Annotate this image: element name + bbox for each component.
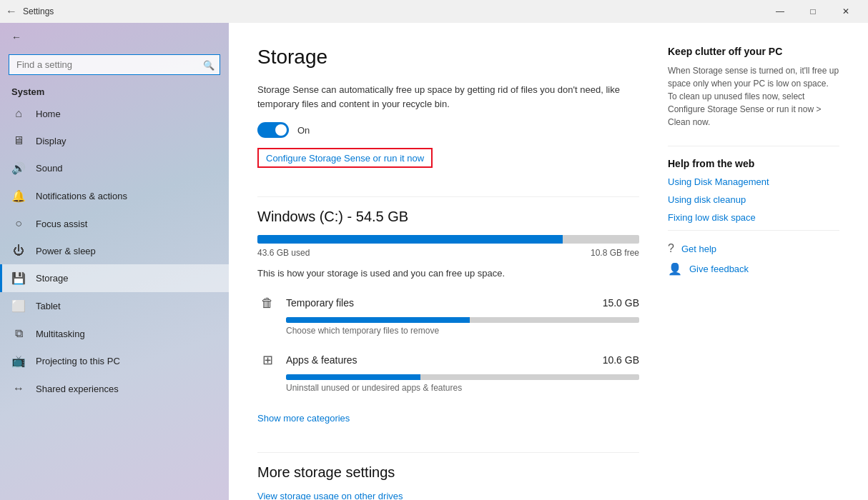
sidebar-back-button[interactable]: ← <box>0 23 229 51</box>
more-storage-links-list: View storage usage on other drivesChange… <box>257 491 639 500</box>
sidebar-search-container: 🔍 <box>9 54 220 75</box>
sidebar-item-focus[interactable]: ○ Focus assist <box>0 210 229 237</box>
help-link-1[interactable]: Using disk cleanup <box>668 194 839 205</box>
storage-item-desc-apps: Uninstall unused or undesired apps & fea… <box>286 383 639 393</box>
sidebar-item-notifications[interactable]: 🔔 Notifications & actions <box>0 182 229 210</box>
sidebar-label-multitasking: Multitasking <box>36 329 85 339</box>
storage-item-bar-apps <box>286 374 639 380</box>
help-link-2[interactable]: Fixing low disk space <box>668 212 839 223</box>
sidebar-icon-home: ⌂ <box>11 107 26 120</box>
storage-item-name-apps: Apps & features <box>286 354 594 366</box>
sidebar-label-home: Home <box>36 109 61 119</box>
get-help-icon: ? <box>668 242 674 255</box>
sidebar-icon-sound: 🔊 <box>11 161 26 175</box>
sidebar-label-display: Display <box>36 136 66 146</box>
storage-item-desc-temp: Choose which temporary files to remove <box>286 326 639 336</box>
settings-back-icon[interactable]: ← <box>6 5 17 18</box>
section-divider-1 <box>257 196 639 197</box>
feedback-icon: 👤 <box>668 262 682 276</box>
storage-sense-toggle[interactable] <box>257 122 289 138</box>
storage-usage-desc: This is how your storage is used and you… <box>257 268 639 279</box>
sidebar-icon-shared: ↔ <box>11 382 26 395</box>
help-from-web-title: Help from the web <box>668 158 839 169</box>
storage-item-size-temp: 15.0 GB <box>603 297 639 309</box>
sidebar-item-display[interactable]: 🖥 Display <box>0 127 229 154</box>
minimize-button[interactable]: — <box>764 0 797 23</box>
sidebar-label-notifications: Notifications & actions <box>36 191 127 201</box>
more-storage-link-0[interactable]: View storage usage on other drives <box>257 491 639 500</box>
right-panel: Keep clutter off your PC When Storage se… <box>668 46 839 477</box>
storage-item-size-apps: 10.6 GB <box>603 354 639 366</box>
configure-link-box: Configure Storage Sense or run it now <box>257 148 433 168</box>
sidebar-label-tablet: Tablet <box>36 301 61 311</box>
sidebar-label-shared: Shared experiences <box>36 384 119 394</box>
page-title: Storage <box>257 46 639 69</box>
sidebar-item-shared[interactable]: ↔ Shared experiences <box>0 375 229 402</box>
search-icon: 🔍 <box>203 59 214 70</box>
storage-sense-toggle-row: On <box>257 122 639 138</box>
sidebar-icon-multitasking: ⧉ <box>11 327 26 340</box>
sidebar-label-storage: Storage <box>36 273 69 284</box>
right-divider-2 <box>668 230 839 231</box>
storage-item-apps: ⊞ Apps & features 10.6 GB Uninstall unus… <box>257 350 639 393</box>
search-input[interactable] <box>9 54 220 75</box>
drive-used-label: 43.6 GB used <box>257 248 310 258</box>
system-section-title: System <box>0 81 229 100</box>
help-links-list: Using Disk ManagementUsing disk cleanupF… <box>668 176 839 223</box>
close-button[interactable]: ✕ <box>829 0 862 23</box>
title-bar-left: ← Settings <box>6 5 764 18</box>
storage-item-temp: 🗑 Temporary files 15.0 GB Choose which t… <box>257 293 639 336</box>
storage-item-bar-fill-apps <box>286 374 420 380</box>
sidebar-items-list: ⌂ Home 🖥 Display 🔊 Sound 🔔 Notifications… <box>0 100 229 402</box>
storage-items-list: 🗑 Temporary files 15.0 GB Choose which t… <box>257 293 639 393</box>
give-feedback-link[interactable]: Give feedback <box>689 264 749 274</box>
sidebar-item-sound[interactable]: 🔊 Sound <box>0 154 229 182</box>
drive-free-label: 10.8 GB free <box>591 248 639 258</box>
storage-sense-description: Storage Sense can automatically free up … <box>257 83 629 111</box>
show-more-categories-link[interactable]: Show more categories <box>257 413 350 424</box>
content-area: Storage Storage Sense can automatically … <box>257 46 639 477</box>
back-arrow-icon: ← <box>11 31 21 43</box>
sidebar-icon-tablet: ⬜ <box>11 299 26 313</box>
storage-item-header-temp: 🗑 Temporary files 15.0 GB <box>257 293 639 313</box>
give-feedback-item[interactable]: 👤 Give feedback <box>668 262 839 276</box>
sidebar-icon-projecting: 📺 <box>11 354 26 368</box>
get-help-link[interactable]: Get help <box>681 244 716 254</box>
sidebar-item-home[interactable]: ⌂ Home <box>0 100 229 127</box>
more-storage-settings-title: More storage settings <box>257 464 639 481</box>
sidebar-icon-storage: 💾 <box>11 271 26 285</box>
sidebar-item-projecting[interactable]: 📺 Projecting to this PC <box>0 347 229 375</box>
sidebar-icon-display: 🖥 <box>11 134 26 147</box>
sidebar-icon-power: ⏻ <box>11 244 26 257</box>
toggle-thumb <box>275 124 287 136</box>
toggle-label: On <box>297 125 310 136</box>
title-bar: ← Settings — □ ✕ <box>0 0 868 23</box>
sidebar: ← 🔍 System ⌂ Home 🖥 Display 🔊 Sound 🔔 No… <box>0 23 229 500</box>
sidebar-item-multitasking[interactable]: ⧉ Multitasking <box>0 320 229 347</box>
title-bar-controls: — □ ✕ <box>764 0 862 23</box>
drive-bar-fill <box>257 235 563 244</box>
drive-bar-labels: 43.6 GB used 10.8 GB free <box>257 248 639 258</box>
maximize-button[interactable]: □ <box>797 0 829 23</box>
sidebar-label-projecting: Projecting to this PC <box>36 356 120 366</box>
sidebar-item-power[interactable]: ⏻ Power & sleep <box>0 237 229 264</box>
sidebar-item-storage[interactable]: 💾 Storage <box>0 264 229 292</box>
drive-title: Windows (C:) - 54.5 GB <box>257 209 639 225</box>
title-bar-title: Settings <box>23 6 54 16</box>
help-link-0[interactable]: Using Disk Management <box>668 176 839 187</box>
sidebar-label-sound: Sound <box>36 163 63 174</box>
keep-clutter-desc: When Storage sense is turned on, it'll f… <box>668 64 839 129</box>
storage-item-name-temp: Temporary files <box>286 297 594 309</box>
storage-item-bar-fill-temp <box>286 317 470 323</box>
sidebar-icon-notifications: 🔔 <box>11 189 26 203</box>
right-divider <box>668 146 839 146</box>
sidebar-item-tablet[interactable]: ⬜ Tablet <box>0 292 229 320</box>
app-container: ← 🔍 System ⌂ Home 🖥 Display 🔊 Sound 🔔 No… <box>0 23 868 500</box>
configure-storage-sense-link[interactable]: Configure Storage Sense or run it now <box>266 153 424 164</box>
keep-clutter-title: Keep clutter off your PC <box>668 46 839 57</box>
section-divider-2 <box>257 452 639 453</box>
get-help-item[interactable]: ? Get help <box>668 242 839 255</box>
storage-item-bar-temp <box>286 317 639 323</box>
storage-item-icon-temp: 🗑 <box>257 293 277 313</box>
sidebar-icon-focus: ○ <box>11 217 26 230</box>
